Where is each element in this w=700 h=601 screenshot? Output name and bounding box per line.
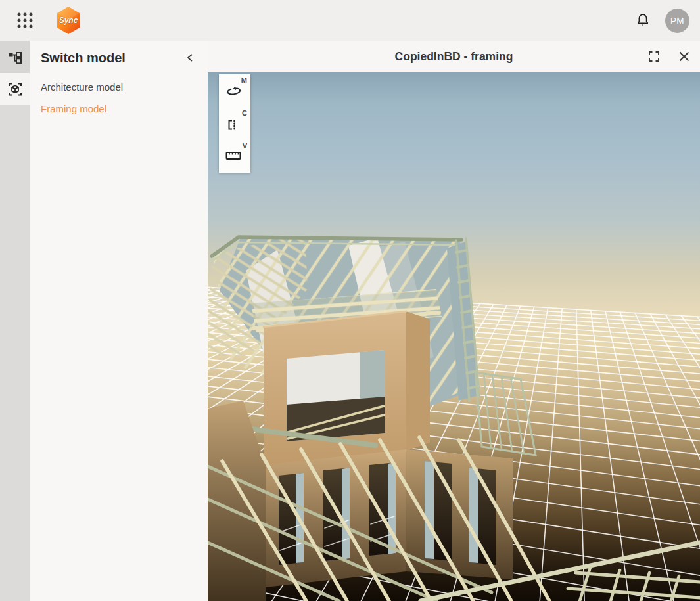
viewer-title: CopiedInBD - framing xyxy=(208,41,700,72)
apps-grid-icon xyxy=(16,12,34,29)
cube-scan-icon xyxy=(7,81,23,97)
model-item-architecture[interactable]: Architecture model xyxy=(30,76,208,98)
measure-tool-button[interactable]: V xyxy=(219,140,250,173)
model-structure-icon xyxy=(8,50,22,64)
chevron-left-icon xyxy=(185,52,197,64)
topbar: Sync PM xyxy=(0,0,700,41)
viewer-actions xyxy=(643,41,695,72)
ruler-icon xyxy=(225,150,241,161)
left-icon-rail xyxy=(0,41,30,601)
switch-model-panel: Switch model Architecture model Framing … xyxy=(30,41,208,601)
section-tool-button[interactable]: C xyxy=(219,107,250,140)
orbit-tool-button[interactable]: M xyxy=(219,74,250,107)
measure-tool-shortcut: V xyxy=(243,142,247,150)
rail-item-model-structure[interactable] xyxy=(0,41,30,73)
avatar-initials: PM xyxy=(670,16,684,26)
fullscreen-button[interactable] xyxy=(643,46,665,67)
app-window: Sync PM xyxy=(0,0,700,601)
notifications-button[interactable] xyxy=(630,7,656,33)
apps-grid-button[interactable] xyxy=(12,7,38,33)
model-list: Architecture model Framing model xyxy=(30,75,208,120)
close-icon xyxy=(678,50,691,63)
framing-model-graphic xyxy=(208,72,700,601)
close-viewer-button[interactable] xyxy=(674,46,695,67)
collapse-panel-button[interactable] xyxy=(183,50,198,66)
sync-logo-text: Sync xyxy=(59,16,78,25)
model-viewer: CopiedInBD - framing xyxy=(208,41,700,601)
panel-title: Switch model xyxy=(41,51,126,66)
main-area: Switch model Architecture model Framing … xyxy=(0,41,700,601)
fullscreen-icon xyxy=(647,50,661,63)
model-item-framing[interactable]: Framing model xyxy=(30,98,208,120)
panel-header: Switch model xyxy=(30,41,208,75)
3d-scene-canvas[interactable]: M C V xyxy=(208,72,700,601)
avatar[interactable]: PM xyxy=(665,9,689,33)
section-tool-shortcut: C xyxy=(242,109,247,117)
viewer-header: CopiedInBD - framing xyxy=(208,41,700,72)
sync-logo[interactable]: Sync xyxy=(55,5,82,35)
sync-logo-icon: Sync xyxy=(55,5,82,35)
rail-item-3d-view[interactable] xyxy=(0,73,30,105)
section-icon xyxy=(225,118,240,132)
orbit-icon xyxy=(225,85,243,99)
viewer-toolbar: M C V xyxy=(219,74,250,173)
framing-model xyxy=(208,234,700,601)
orbit-tool-shortcut: M xyxy=(241,76,247,84)
bell-icon xyxy=(635,12,651,28)
